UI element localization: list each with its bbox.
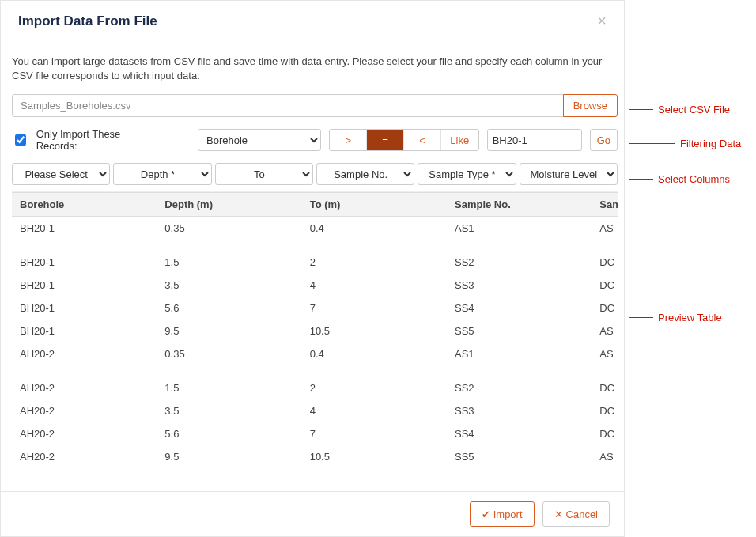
table-cell: 7 — [302, 297, 447, 320]
column-select-4[interactable]: Sample Type * — [418, 163, 516, 185]
table-cell: AH20-2 — [12, 342, 157, 365]
table-cell: SS4 — [447, 297, 592, 320]
table-cell: SS2 — [447, 251, 592, 274]
go-button[interactable]: Go — [590, 129, 618, 151]
table-cell: 4 — [302, 399, 447, 422]
only-import-checkbox[interactable] — [15, 134, 26, 146]
anno-select-cols: Select Columns — [658, 173, 730, 185]
table-cell: BH20-1 — [12, 274, 157, 297]
table-cell: SS5 — [447, 445, 592, 468]
table-cell: 4 — [302, 274, 447, 297]
instructions-text: You can import large datasets from CSV f… — [12, 55, 618, 83]
import-button[interactable]: ✔ Import — [470, 501, 535, 527]
x-icon: ✕ — [554, 509, 563, 520]
horizontal-scrollbar[interactable] — [12, 472, 618, 485]
table-row[interactable]: BH20-13.54SS3DCM — [12, 274, 618, 297]
table-row[interactable]: BH20-15.67SS4DCM — [12, 297, 618, 320]
browse-button[interactable]: Browse — [563, 94, 618, 117]
table-cell: 9.5 — [157, 320, 301, 342]
table-cell: SS5 — [447, 320, 592, 342]
table-cell: DC — [592, 376, 618, 399]
table-row[interactable]: AH20-23.54SS3DCM — [12, 399, 618, 422]
op-lt-button[interactable]: < — [404, 130, 441, 150]
anno-filtering: Filtering Data — [680, 138, 741, 149]
table-row[interactable]: AH20-20.350.4AS1ASDry — [12, 342, 618, 365]
table-cell: BH20-1 — [12, 320, 157, 342]
preview-table-wrap[interactable]: BoreholeDepth (m)To (m)Sample No.Sample … — [12, 191, 618, 472]
column-select-3[interactable]: Sample No. — [316, 163, 414, 185]
table-cell: DC — [592, 274, 618, 297]
filter-field-select[interactable]: Borehole — [198, 129, 321, 151]
table-cell: 5.6 — [157, 422, 301, 445]
table-row[interactable]: BH20-10.350.4AS1ASDry — [12, 217, 618, 240]
table-row[interactable]: BH20-11.52SS2DCDry to Moist — [12, 251, 618, 274]
op-like-button[interactable]: Like — [441, 130, 478, 150]
table-cell: DC — [592, 297, 618, 320]
op-gt-button[interactable]: > — [330, 130, 367, 150]
table-cell: 3.5 — [157, 274, 301, 297]
table-cell: AS — [592, 342, 618, 365]
column-header: Borehole — [12, 193, 157, 217]
preview-table: BoreholeDepth (m)To (m)Sample No.Sample … — [12, 192, 618, 468]
table-cell: AH20-2 — [12, 376, 157, 399]
column-select-1[interactable]: Depth * — [113, 163, 211, 185]
column-header: Sample No. — [447, 193, 592, 217]
table-cell: 0.35 — [157, 217, 301, 240]
table-cell: DC — [592, 422, 618, 445]
table-cell: DC — [592, 251, 618, 274]
check-icon: ✔ — [482, 509, 490, 520]
table-cell: DC — [592, 399, 618, 422]
table-row[interactable]: AH20-21.52SS2DCDry to Moist — [12, 376, 618, 399]
column-select-0[interactable]: Please Select — [12, 163, 110, 185]
close-icon[interactable]: × — [594, 12, 610, 30]
table-cell: 0.4 — [302, 342, 447, 365]
file-name-input[interactable] — [12, 94, 564, 117]
table-cell: AS — [592, 445, 618, 468]
table-cell: BH20-1 — [12, 217, 157, 240]
table-cell: 2 — [302, 376, 447, 399]
cancel-button[interactable]: ✕ Cancel — [542, 501, 610, 527]
table-cell: BH20-1 — [12, 297, 157, 320]
column-header: To (m) — [302, 193, 447, 217]
table-cell: 5.6 — [157, 297, 301, 320]
modal-title: Import Data From File — [18, 13, 157, 29]
column-header: Sample Type — [592, 193, 618, 217]
table-cell: 1.5 — [157, 251, 301, 274]
column-header: Depth (m) — [157, 193, 301, 217]
file-row: Browse — [12, 94, 618, 117]
table-cell: AH20-2 — [12, 399, 157, 422]
import-modal: Import Data From File × You can import l… — [0, 0, 625, 537]
column-selector-row: Please SelectDepth *ToSample No.Sample T… — [12, 163, 618, 185]
table-cell: AS1 — [447, 342, 592, 365]
table-row[interactable]: BH20-19.510.5SS5ASD — [12, 320, 618, 342]
table-cell: 7 — [302, 422, 447, 445]
table-cell: BH20-1 — [12, 251, 157, 274]
table-row[interactable]: AH20-25.67SS4DCM — [12, 422, 618, 445]
column-select-2[interactable]: To — [215, 163, 313, 185]
table-cell: 10.5 — [302, 445, 447, 468]
table-cell: 9.5 — [157, 445, 301, 468]
table-row[interactable]: AH20-29.510.5SS5ASD — [12, 445, 618, 468]
table-cell: 0.4 — [302, 217, 447, 240]
column-select-5[interactable]: Moisture Level — [520, 163, 618, 185]
filter-row: Only Import These Records: Borehole > = … — [12, 128, 618, 152]
table-cell: 1.5 — [157, 376, 301, 399]
annotations: Select CSV File Filtering Data Select Co… — [625, 0, 756, 537]
table-cell: AS1 — [447, 217, 592, 240]
anno-preview: Preview Table — [658, 312, 722, 323]
filter-op-group: > = < Like — [329, 129, 478, 151]
table-cell: AH20-2 — [12, 422, 157, 445]
table-cell: AH20-2 — [12, 445, 157, 468]
filter-value-input[interactable] — [487, 129, 582, 151]
table-cell: SS3 — [447, 399, 592, 422]
table-cell: AS — [592, 320, 618, 342]
filter-label: Only Import These Records: — [36, 128, 161, 152]
table-cell: 2 — [302, 251, 447, 274]
table-cell: AS — [592, 217, 618, 240]
table-cell: 10.5 — [302, 320, 447, 342]
anno-select-file: Select CSV File — [658, 104, 730, 115]
modal-header: Import Data From File × — [1, 1, 624, 43]
op-eq-button[interactable]: = — [367, 130, 404, 150]
table-cell: SS2 — [447, 376, 592, 399]
table-cell: 0.35 — [157, 342, 301, 365]
